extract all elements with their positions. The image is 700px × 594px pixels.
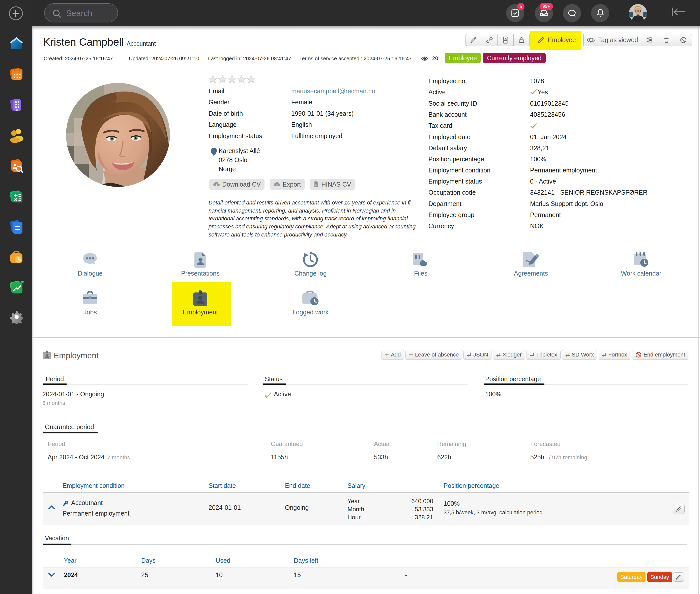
svg-text:x: x bbox=[315, 183, 317, 186]
